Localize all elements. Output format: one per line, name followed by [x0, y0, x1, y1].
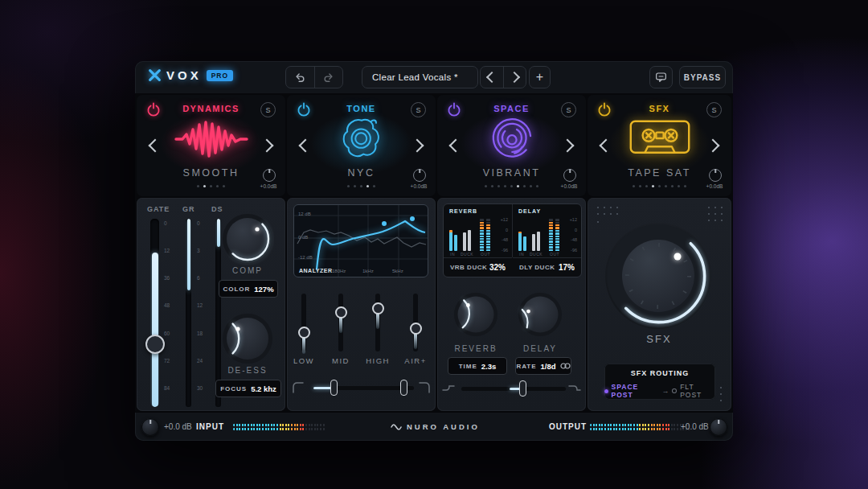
preset-dot[interactable]: [645, 185, 648, 187]
routing-inactive-label[interactable]: FLT POST: [680, 383, 715, 399]
reverb-knob[interactable]: [452, 291, 499, 338]
color-badge[interactable]: COLOR 127%: [219, 280, 278, 298]
routing-active-dot: [604, 389, 608, 393]
comp-knob[interactable]: [221, 212, 274, 265]
sfx-gain-knob[interactable]: [709, 169, 722, 182]
scale-tick: 72: [164, 358, 170, 364]
preset-dot[interactable]: [347, 185, 350, 187]
next-preset-button[interactable]: [503, 67, 526, 88]
bypass-button[interactable]: BYPASS: [679, 66, 726, 88]
brand-logo: VOX PRO: [148, 68, 233, 82]
add-preset-button[interactable]: +: [529, 66, 551, 88]
input-gain-knob[interactable]: [141, 418, 159, 436]
lpf-handle[interactable]: [400, 380, 407, 396]
delay-meter-bars: [518, 217, 567, 251]
low-slider[interactable]: [301, 294, 306, 351]
mid-slider-handle[interactable]: [335, 306, 347, 318]
preset-dot[interactable]: [665, 185, 667, 187]
preset-dot[interactable]: [517, 185, 519, 187]
preset-dot[interactable]: [360, 185, 362, 187]
preset-selector[interactable]: Clear Lead Vocals *: [362, 66, 478, 88]
delay-knob[interactable]: [517, 291, 563, 338]
focus-badge[interactable]: FOCUS 5.2 khz: [215, 380, 281, 397]
pro-badge: PRO: [207, 70, 233, 81]
preset-dot[interactable]: [223, 185, 225, 187]
reverb-in-bar: [449, 230, 452, 251]
analyzer-toggle[interactable]: ANALYZER: [299, 268, 332, 273]
reverb-meter-group: REVERB +120-48-96 IN DUCK OUT VRB DUCK: [444, 204, 513, 257]
air-slider-label: AIR+: [398, 356, 433, 365]
preset-dot[interactable]: [639, 185, 641, 187]
dynamics-gain-knob[interactable]: [263, 169, 276, 182]
tone-body: 12 dB 0 dB -12 dB ANALYZER 180Hz 1kHz 5k…: [287, 198, 436, 411]
deess-knob[interactable]: [221, 312, 274, 365]
eq-xtick-5k: 5kHz: [392, 269, 403, 273]
space-width-handle[interactable]: [519, 380, 526, 397]
led-segment: [549, 249, 553, 251]
plus-icon: +: [536, 70, 543, 84]
low-slider-handle[interactable]: [298, 327, 310, 339]
sfx-routing-box[interactable]: SFX ROUTING SPACE POST → FLT POST: [604, 364, 715, 400]
feedback-button[interactable]: [649, 66, 673, 88]
preset-dot[interactable]: [197, 185, 199, 187]
high-slider[interactable]: [375, 294, 380, 351]
preset-dot[interactable]: [504, 185, 506, 187]
output-label: OUTPUT: [549, 422, 587, 431]
dly-duck-row[interactable]: DLY DUCK 17%: [513, 257, 581, 277]
preset-dot[interactable]: [633, 185, 635, 187]
delay-out-led: [549, 219, 553, 251]
time-badge[interactable]: TIME 2.3s: [448, 357, 507, 375]
scale-tick: 24: [197, 358, 203, 364]
redo-button[interactable]: [314, 67, 343, 88]
tone-gain-knob[interactable]: [413, 169, 426, 182]
output-gain-knob[interactable]: [710, 418, 727, 436]
preset-dot[interactable]: [366, 185, 369, 187]
hpf-handle[interactable]: [330, 380, 338, 396]
space-width-slider[interactable]: [461, 387, 566, 391]
rate-badge[interactable]: RATE 1/8d: [515, 357, 571, 375]
undo-button[interactable]: [286, 67, 314, 88]
preset-dot[interactable]: [497, 185, 500, 187]
preset-dot[interactable]: [684, 185, 686, 187]
gate-label: GATE: [147, 205, 170, 213]
preset-dot[interactable]: [373, 185, 375, 187]
gate-threshold-handle[interactable]: [145, 335, 165, 354]
space-gain-knob[interactable]: [563, 169, 576, 182]
led-segment: [480, 238, 484, 240]
preset-dot[interactable]: [510, 185, 513, 187]
preset-dot[interactable]: [203, 185, 206, 187]
preset-dot[interactable]: [678, 185, 680, 187]
preset-dot[interactable]: [671, 185, 674, 187]
preset-dot[interactable]: [210, 185, 212, 187]
gate-meter[interactable]: [150, 219, 159, 407]
routing-active-label[interactable]: SPACE POST: [612, 383, 659, 399]
scale-tick: 60: [164, 331, 170, 336]
vrb-duck-label: VRB DUCK: [450, 264, 487, 271]
preset-dot[interactable]: [491, 185, 493, 187]
preset-dot[interactable]: [530, 185, 532, 187]
filter-range-slider[interactable]: [313, 386, 414, 390]
high-slider-handle[interactable]: [372, 302, 384, 314]
air-slider[interactable]: [413, 294, 418, 351]
sfx-cassette-icon: [588, 114, 731, 164]
preset-dot[interactable]: [485, 185, 487, 187]
led-segment: [486, 232, 490, 234]
decor-dot-grid: [718, 384, 724, 403]
reverb-meter-title: REVERB: [449, 208, 477, 214]
comp-label: COMP: [215, 266, 280, 275]
preset-dot[interactable]: [216, 185, 219, 187]
preset-dot[interactable]: [536, 185, 538, 187]
led-segment: [549, 219, 553, 220]
led-segment: [549, 238, 553, 240]
history-group: [285, 66, 343, 88]
preset-dot[interactable]: [658, 185, 661, 187]
sfx-knob[interactable]: [602, 220, 714, 332]
mid-slider[interactable]: [338, 294, 343, 351]
preset-dot[interactable]: [354, 185, 356, 187]
air-slider-handle[interactable]: [410, 323, 422, 335]
prev-preset-button[interactable]: [481, 67, 503, 88]
delay-in-bar: [518, 232, 522, 251]
preset-dot[interactable]: [652, 185, 654, 187]
vrb-duck-row[interactable]: VRB DUCK 32%: [444, 257, 512, 277]
preset-dot[interactable]: [523, 185, 526, 187]
